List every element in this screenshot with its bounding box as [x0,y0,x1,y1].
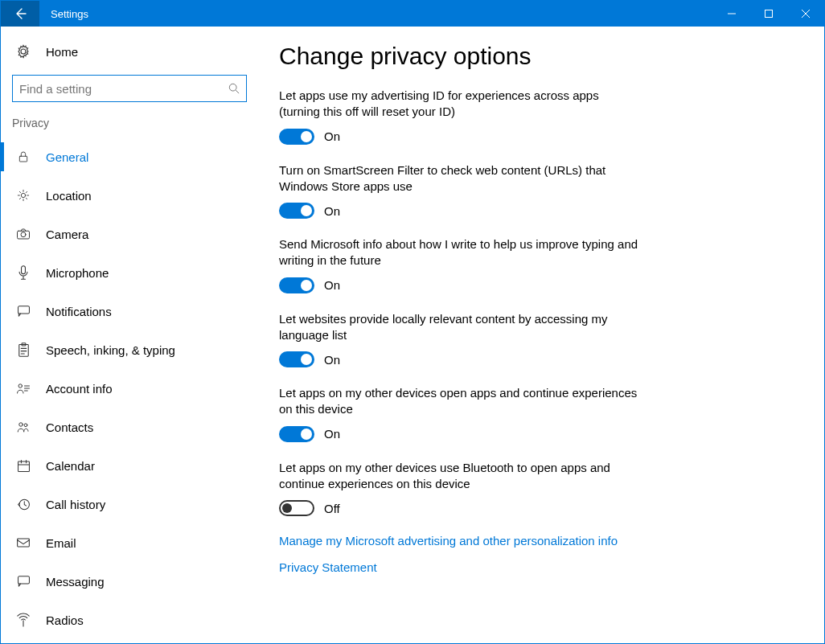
close-icon [802,10,810,18]
setting-description: Send Microsoft info about how I write to… [279,236,641,269]
setting-5: Let apps on my other devices use Bluetoo… [279,460,641,517]
home-nav[interactable]: Home [1,36,258,67]
sidebar-section-label: Privacy [1,117,258,137]
toggle-state-label: On [324,204,340,218]
sidebar-item-microphone[interactable]: Microphone [1,253,258,292]
sidebar-item-general[interactable]: General [1,137,258,176]
setting-description: Let apps use my advertising ID for exper… [279,88,641,121]
sidebar-item-contacts[interactable]: Contacts [1,408,258,446]
sidebar-item-messaging[interactable]: Messaging [1,562,258,601]
svg-rect-0 [765,10,773,18]
sidebar-item-label: Messaging [46,575,105,589]
toggle-state-label: Off [324,502,340,515]
toggle-switch[interactable] [279,426,314,442]
setting-2: Send Microsoft info about how I write to… [279,236,641,293]
svg-point-10 [18,384,23,388]
svg-rect-2 [19,156,27,162]
minimize-button[interactable] [713,1,750,27]
back-button[interactable] [1,1,39,27]
sidebar-item-calendar[interactable]: Calendar [1,446,258,485]
contacts-icon [15,420,31,433]
sidebar-item-notifications[interactable]: Notifications [1,292,258,330]
toggle-state-label: On [324,278,340,292]
sidebar-item-label: Call history [46,498,105,511]
toggle-state-label: On [324,129,340,143]
sidebar-item-label: Microphone [46,266,109,280]
sidebar-item-label: Radios [46,613,84,627]
setting-description: Let apps on my other devices open apps a… [279,385,641,418]
toggle-switch[interactable] [279,203,314,219]
sidebar-item-email[interactable]: Email [1,523,258,562]
link-1[interactable]: Privacy Statement [279,560,792,574]
sidebar-item-label: General [46,150,88,164]
setting-3: Let websites provide locally relevant co… [279,311,641,368]
sidebar-item-label: Camera [46,228,88,241]
sidebar-item-location[interactable]: Location [1,176,258,215]
svg-point-1 [229,84,236,91]
sidebar-item-camera[interactable]: Camera [1,215,258,253]
toggle-switch[interactable] [279,351,314,367]
svg-rect-8 [18,344,27,356]
sidebar-item-radios[interactable]: Radios [1,601,258,639]
location-icon [15,189,31,202]
main-panel: Change privacy options Let apps use my a… [258,27,824,643]
back-arrow-icon [14,7,27,20]
setting-description: Turn on SmartScreen Filter to check web … [279,162,641,195]
page-title: Change privacy options [279,43,792,70]
maximize-button[interactable] [750,1,787,27]
gear-icon [15,44,31,59]
link-0[interactable]: Manage my Microsoft advertising and othe… [279,534,792,548]
svg-rect-16 [18,576,29,584]
toggle-switch[interactable] [279,500,314,516]
sidebar-item-label: Account info [46,382,113,396]
radios-icon [15,613,31,627]
toggle-state-label: On [324,427,340,441]
sidebar-item-label: Calendar [46,459,95,473]
toggle-switch[interactable] [279,277,314,293]
calendar-icon [15,459,31,473]
svg-rect-15 [18,539,30,547]
sidebar-item-label: Contacts [46,420,93,434]
window-controls [713,1,824,27]
search-input[interactable] [19,82,228,96]
maximize-icon [765,10,773,18]
svg-point-3 [21,193,25,197]
mail-icon [15,537,31,548]
camera-icon [15,228,31,240]
minimize-icon [728,10,736,18]
setting-1: Turn on SmartScreen Filter to check web … [279,162,641,219]
lock-icon [15,150,31,163]
setting-4: Let apps on my other devices open apps a… [279,385,641,442]
sidebar-item-speech[interactable]: Speech, inking, & typing [1,330,258,369]
svg-rect-13 [18,461,29,471]
sidebar-item-callhistory[interactable]: Call history [1,485,258,523]
home-label: Home [46,45,78,59]
close-button[interactable] [787,1,824,27]
window-title: Settings [39,8,713,20]
history-icon [15,498,31,511]
svg-point-12 [24,424,27,427]
search-box[interactable] [12,75,247,102]
titlebar: Settings [1,1,824,27]
search-icon [228,83,240,94]
svg-point-5 [21,232,26,237]
clipboard-icon [15,343,31,357]
sidebar-item-label: Speech, inking, & typing [46,343,175,357]
setting-0: Let apps use my advertising ID for exper… [279,88,641,145]
svg-point-11 [19,423,23,427]
toggle-state-label: On [324,353,340,367]
account-icon [15,382,31,395]
setting-description: Let websites provide locally relevant co… [279,311,641,344]
chat-icon [15,575,31,588]
sidebar-item-account[interactable]: Account info [1,369,258,408]
svg-rect-6 [22,266,26,274]
setting-description: Let apps on my other devices use Bluetoo… [279,460,641,493]
sidebar-item-label: Location [46,189,92,203]
sidebar: Home Privacy GeneralLocationCameraMicrop… [1,27,258,643]
svg-rect-7 [18,306,29,314]
chat-icon [15,305,31,318]
sidebar-item-label: Email [46,536,76,550]
sidebar-item-label: Notifications [46,305,112,318]
toggle-switch[interactable] [279,129,314,145]
mic-icon [15,265,31,280]
